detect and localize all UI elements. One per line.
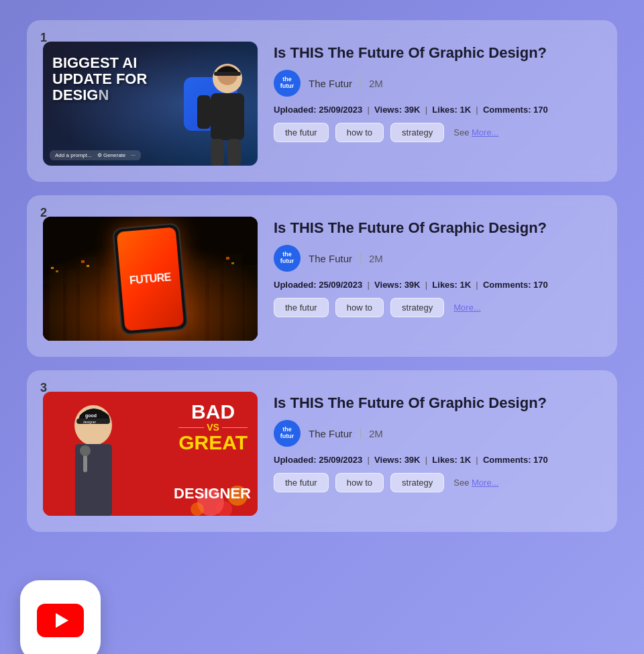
stats-row-3: Uploaded: 25/09/2023 | Views: 39K | Like…: [274, 455, 601, 465]
likes-count-3: 1K: [460, 455, 472, 465]
channel-name-2: The Futur: [309, 253, 352, 264]
tag-2-1[interactable]: how to: [335, 298, 384, 317]
svg-rect-7: [214, 72, 241, 76]
views-count-2: 39K: [405, 280, 421, 290]
channel-divider-3: [360, 428, 361, 439]
likes-count-2: 1K: [460, 280, 472, 290]
channel-name-1: The Futur: [309, 78, 352, 89]
see-more-link-2[interactable]: More...: [453, 303, 480, 313]
svg-rect-22: [87, 265, 89, 267]
tag-2-0[interactable]: the futur: [274, 298, 329, 317]
tags-row-3: the futur how to strategy See More...: [274, 473, 601, 492]
uploaded-date-2: 25/09/2023: [319, 280, 362, 290]
channel-divider-2: [360, 253, 361, 264]
uploaded-date-1: 25/09/2023: [319, 105, 362, 115]
card-content-1: Is THIS The Future Of Graphic Design? th…: [274, 36, 601, 166]
views-count-1: 39K: [405, 105, 421, 115]
tag-3-2[interactable]: strategy: [390, 473, 444, 492]
subscriber-count-2: 2M: [369, 253, 383, 264]
tags-row-2: the futur how to strategy More...: [274, 298, 601, 317]
tag-1-2[interactable]: strategy: [390, 123, 444, 142]
tag-1-0[interactable]: the futur: [274, 123, 329, 142]
bad-great-overlay: BAD vs GREAT: [178, 402, 248, 453]
svg-text:designer: designer: [83, 420, 97, 424]
svg-rect-20: [56, 270, 58, 272]
channel-row-3: thefutur The Futur 2M: [274, 420, 601, 447]
svg-rect-24: [231, 262, 234, 264]
uploaded-date-3: 25/09/2023: [319, 455, 362, 465]
tag-1-1[interactable]: how to: [335, 123, 384, 142]
person-figure-1: [170, 58, 251, 166]
card-content-3: Is THIS The Future Of Graphic Design? th…: [274, 386, 601, 516]
main-container: 1 BIGGEST AIUPDATE FORDESIGN: [0, 0, 644, 552]
comments-label-1: Comments:: [483, 105, 533, 115]
card-content-2: Is THIS The Future Of Graphic Design? th…: [274, 211, 601, 341]
comments-count-2: 170: [533, 280, 548, 290]
svg-point-30: [191, 502, 204, 516]
stats-row-1: Uploaded: 25/09/2023 | Views: 39K | Like…: [274, 105, 601, 115]
channel-avatar-1[interactable]: thefutur: [274, 70, 301, 97]
svg-rect-3: [231, 95, 244, 129]
youtube-badge-inner: [20, 580, 101, 654]
tag-2-2[interactable]: strategy: [390, 298, 444, 317]
channel-row-1: thefutur The Futur 2M: [274, 70, 601, 97]
youtube-icon: [37, 604, 84, 637]
comments-count-1: 170: [533, 105, 548, 115]
channel-avatar-3[interactable]: thefutur: [274, 420, 301, 447]
channel-row-2: thefutur The Futur 2M: [274, 245, 601, 272]
video-card-1: 1 BIGGEST AIUPDATE FORDESIGN: [27, 20, 617, 182]
channel-divider-1: [360, 78, 361, 89]
svg-rect-32: [75, 444, 112, 516]
see-more-link-1[interactable]: See More...: [453, 127, 498, 138]
video-card-2: 2: [27, 195, 617, 357]
youtube-badge[interactable]: [20, 580, 107, 654]
see-more-link-3[interactable]: See More...: [453, 478, 498, 488]
video-card-3: 3: [27, 370, 617, 532]
stats-row-2: Uploaded: 25/09/2023 | Views: 39K | Like…: [274, 280, 601, 290]
toolbar-mock-1: Add a prompt... ⚙ Generate ···: [50, 150, 141, 160]
comments-count-3: 170: [533, 455, 548, 465]
thumbnail-1[interactable]: BIGGEST AIUPDATE FORDESIGN Ps Add a: [43, 42, 258, 166]
views-label-1: Views:: [374, 105, 405, 115]
tags-row-1: the futur how to strategy See More...: [274, 123, 601, 142]
svg-rect-19: [51, 267, 54, 269]
video-title-3: Is THIS The Future Of Graphic Design?: [274, 394, 601, 412]
thumbnail-2[interactable]: FUTURE: [43, 217, 258, 341]
channel-name-3: The Futur: [309, 428, 352, 439]
tag-3-0[interactable]: the futur: [274, 473, 329, 492]
video-title-2: Is THIS The Future Of Graphic Design?: [274, 219, 601, 237]
svg-rect-23: [226, 257, 229, 260]
channel-avatar-2[interactable]: thefutur: [274, 245, 301, 272]
svg-rect-5: [227, 139, 241, 166]
svg-rect-21: [81, 260, 85, 263]
svg-rect-4: [211, 139, 224, 166]
likes-label-1: Likes:: [432, 105, 460, 115]
subscriber-count-1: 2M: [369, 78, 383, 89]
uploaded-label-1: Uploaded:: [274, 105, 319, 115]
likes-count-1: 1K: [460, 105, 472, 115]
subscriber-count-3: 2M: [369, 428, 383, 439]
svg-text:good: good: [85, 413, 97, 419]
phone-mock: FUTURE: [112, 222, 189, 335]
svg-point-35: [80, 445, 91, 456]
thumbnail-3[interactable]: good designer BAD vs GREAT DESIGNER: [43, 392, 258, 516]
tag-3-1[interactable]: how to: [335, 473, 384, 492]
svg-rect-2: [197, 95, 211, 129]
video-title-1: Is THIS The Future Of Graphic Design?: [274, 44, 601, 62]
views-count-3: 39K: [405, 455, 421, 465]
